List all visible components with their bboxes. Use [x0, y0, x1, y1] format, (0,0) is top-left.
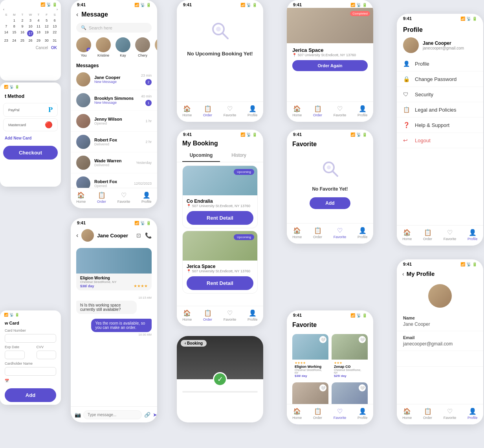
payment-paypal-row[interactable]: PayPal 𝐏 — [3, 103, 58, 117]
cvv-input[interactable] — [37, 351, 57, 359]
nav-order-profile[interactable]: 📋 Order — [423, 229, 432, 241]
add-card-link[interactable]: Add New Card — [0, 133, 61, 143]
cal-d19[interactable]: 19 — [43, 29, 51, 37]
order-again-button[interactable]: Order Again — [292, 60, 368, 71]
nav-fav-booking[interactable]: ♡ Favorite — [224, 309, 236, 321]
nav-home-favempty[interactable]: 🏠 Home — [292, 227, 302, 239]
chat-back-button[interactable]: ‹ — [76, 232, 78, 239]
nav-order-message[interactable]: 📋 Order — [97, 191, 106, 204]
nav-order-order[interactable]: 📋 Order — [313, 105, 322, 117]
contact-kay[interactable]: Kay — [116, 37, 130, 57]
nav-fav-profile[interactable]: ♡ Favorite — [444, 229, 456, 241]
cal-d23[interactable]: 25 — [18, 38, 26, 43]
msg-row-wade[interactable]: Wade Warren Delivered Yesterday — [71, 152, 157, 173]
nav-profile-favempty[interactable]: 👤 Profile — [358, 227, 368, 239]
nav-fav-myprofile[interactable]: ♡ Favorite — [444, 408, 456, 420]
favempty-add-button[interactable]: Add — [310, 197, 350, 209]
msg-row-robert[interactable]: Robert Fox Delivered 2 hr — [71, 132, 157, 152]
cal-d11[interactable]: 10 — [27, 24, 35, 29]
add-button[interactable]: Add — [5, 388, 56, 402]
cal-d14[interactable]: 13 — [51, 24, 59, 29]
calendar-next[interactable]: › — [57, 7, 58, 11]
phone-icon[interactable]: 📞 — [145, 232, 152, 239]
fav-heart-2[interactable]: 🤍 — [359, 336, 366, 343]
fav-card-1[interactable]: 🤍 ★★★★ Eligion Working Chestnut StreetRo… — [292, 334, 328, 379]
link-icon[interactable]: 🔗 — [144, 412, 150, 418]
booking-card-1[interactable]: Upcoming Co Endralia 📍 507 University St… — [182, 165, 258, 228]
fav-card-2[interactable]: 🤍 ★★★ Zenap CO Chestnut StreetRome, NY $… — [332, 334, 368, 379]
nav-order-noupcoming[interactable]: 📋 Order — [203, 105, 212, 117]
contact-you[interactable]: + You — [76, 37, 91, 57]
nav-home-profile[interactable]: 🏠 Home — [402, 229, 412, 241]
nav-home-favitems[interactable]: 🏠 Home — [292, 408, 302, 420]
cal-d16[interactable]: 15 — [11, 29, 18, 37]
nav-home-noupcoming[interactable]: 🏠 Home — [182, 105, 192, 117]
cal-d27[interactable]: 31 — [51, 38, 59, 43]
message-back-button[interactable]: ‹ — [76, 11, 78, 18]
profile-menu-help[interactable]: ❓ Help & Support — [397, 118, 483, 133]
cal-d13[interactable]: 12 — [43, 24, 51, 29]
cal-d17[interactable]: 16 — [18, 29, 26, 37]
nav-order-myprofile[interactable]: 📋 Order — [423, 408, 432, 420]
cal-d15[interactable]: 14 — [2, 29, 10, 37]
tab-upcoming[interactable]: Upcoming — [182, 149, 220, 162]
nav-profile-favitems[interactable]: 👤 Profile — [358, 408, 368, 420]
nav-profile-noupcoming[interactable]: 👤 Profile — [248, 105, 258, 117]
nav-home-message[interactable]: 🏠 Home — [76, 191, 86, 204]
calendar-cancel-button[interactable]: Cancel — [36, 46, 48, 50]
nav-home-order[interactable]: 🏠 Home — [292, 105, 302, 117]
checkout-button[interactable]: Checkout — [3, 146, 58, 160]
profile-menu-logout[interactable]: ↩ Logout — [397, 133, 483, 148]
booking-card-2[interactable]: Upcoming Jerica Space 📍 507 University S… — [182, 231, 258, 294]
add-contact-icon[interactable]: + — [86, 48, 91, 52]
nav-profile-message[interactable]: 👤 Profile — [141, 191, 152, 204]
cal-d21[interactable]: 23 — [2, 38, 10, 43]
nav-home-booking[interactable]: 🏠 Home — [182, 309, 192, 321]
nav-fav-favitems[interactable]: ♡ Favorite — [334, 408, 346, 420]
cal-d26[interactable]: 30 — [43, 38, 51, 43]
profile-menu-security[interactable]: 🛡 Security — [397, 87, 483, 102]
cal-d24[interactable]: 26 — [27, 38, 35, 43]
chat-input[interactable] — [83, 410, 142, 419]
nav-order-booking[interactable]: 📋 Order — [203, 309, 212, 321]
cal-d2[interactable]: 1 — [11, 18, 18, 23]
fav-heart-4[interactable]: 🤍 — [359, 384, 366, 391]
contact-kristine[interactable]: Kristine — [96, 37, 111, 57]
nav-order-favitems[interactable]: 📋 Order — [313, 408, 322, 420]
msg-row-brooklyn[interactable]: Brooklyn Simmons New Message 40 min 1 — [71, 90, 157, 111]
myprofile-back-button[interactable]: ‹ — [402, 271, 404, 277]
profile-menu-legal[interactable]: 📋 Legal and Policies — [397, 102, 483, 118]
msg-row-jenny[interactable]: Jenny Wilson Opened 1 hr — [71, 111, 157, 132]
calendar-prev[interactable]: ‹ — [3, 7, 4, 11]
cal-d3[interactable]: 2 — [18, 18, 26, 23]
contact-jee[interactable]: Jee — [155, 37, 157, 57]
cal-d10[interactable]: 9 — [18, 24, 26, 29]
video-icon[interactable]: ⊡ — [136, 232, 141, 239]
nav-fav-order[interactable]: ♡ Favorite — [334, 105, 346, 117]
cal-d20[interactable]: 22 — [51, 29, 59, 37]
cal-d1[interactable] — [2, 18, 10, 23]
cal-d5[interactable]: 4 — [35, 18, 42, 23]
fav-heart-3[interactable]: 🤍 — [319, 384, 326, 391]
chat-booking-card[interactable]: Eligion Working Chestnut StreetRome, NY … — [76, 248, 152, 290]
nav-profile-order[interactable]: 👤 Profile — [358, 105, 368, 117]
profile-menu-profile[interactable]: 👤 Profile — [397, 56, 483, 72]
cal-today[interactable]: 17 — [27, 29, 35, 37]
tab-history[interactable]: History — [220, 149, 258, 162]
nav-profile-booking[interactable]: 👤 Profile — [248, 309, 258, 321]
cal-d18[interactable]: 18 — [35, 29, 42, 37]
message-search[interactable]: 🔍 Search here — [76, 23, 152, 33]
nav-fav-noupcoming[interactable]: ♡ Favorite — [224, 105, 236, 117]
nav-profile-profile[interactable]: 👤 Profile — [468, 229, 478, 241]
nav-order-favempty[interactable]: 📋 Order — [313, 227, 322, 239]
card-number-input[interactable] — [5, 334, 56, 343]
msg-row-jane[interactable]: Jane Cooper New Message 23 min 2 — [71, 69, 157, 90]
fav-heart-1[interactable]: 🤍 — [319, 336, 326, 343]
contact-chery[interactable]: Chery — [135, 37, 150, 57]
calendar-ok-button[interactable]: OK — [51, 46, 57, 50]
send-icon[interactable]: ➤ — [153, 412, 157, 418]
cal-d12[interactable]: 11 — [35, 24, 42, 29]
payment-mastercard-row[interactable]: Mastercard 🔴 — [3, 118, 58, 131]
nav-profile-myprofile[interactable]: 👤 Profile — [468, 408, 478, 420]
cardholder-input[interactable] — [5, 367, 56, 376]
